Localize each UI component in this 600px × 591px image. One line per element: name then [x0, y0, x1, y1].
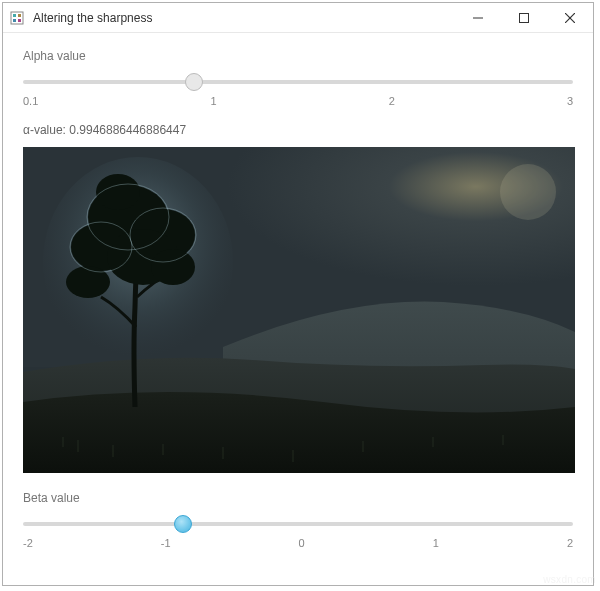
beta-slider-thumb[interactable] [174, 515, 192, 533]
beta-tick-2: 0 [299, 537, 305, 549]
svg-point-11 [500, 164, 556, 220]
alpha-readout-prefix: α-value: [23, 123, 69, 137]
alpha-slider-track [23, 80, 573, 84]
window-controls [455, 3, 593, 32]
svg-point-26 [151, 249, 195, 285]
close-button[interactable] [547, 3, 593, 32]
svg-rect-6 [520, 13, 529, 22]
beta-tick-1: -1 [161, 537, 171, 549]
beta-tick-3: 1 [433, 537, 439, 549]
beta-tick-max: 2 [567, 537, 573, 549]
alpha-slider[interactable] [23, 73, 573, 91]
alpha-label: Alpha value [23, 49, 573, 63]
preview-image [23, 147, 575, 473]
watermark: wsxdn.com [543, 574, 596, 585]
app-window: Altering the sharpness Alpha value 0.1 [2, 2, 594, 586]
svg-rect-0 [11, 12, 23, 24]
alpha-ticks: 0.1 1 2 3 [23, 95, 573, 107]
minimize-button[interactable] [455, 3, 501, 32]
beta-label: Beta value [23, 491, 573, 505]
beta-slider-track [23, 522, 573, 526]
alpha-tick-2: 2 [389, 95, 395, 107]
beta-tick-min: -2 [23, 537, 33, 549]
svg-rect-4 [18, 19, 21, 22]
alpha-tick-1: 1 [210, 95, 216, 107]
alpha-tick-max: 3 [567, 95, 573, 107]
alpha-readout: α-value: 0.9946886446886447 [23, 123, 573, 137]
svg-rect-3 [13, 19, 16, 22]
svg-rect-2 [18, 14, 21, 17]
svg-point-28 [96, 174, 140, 210]
svg-point-27 [66, 266, 110, 298]
svg-rect-1 [13, 14, 16, 17]
alpha-slider-thumb[interactable] [185, 73, 203, 91]
landscape-image [23, 147, 575, 473]
alpha-tick-min: 0.1 [23, 95, 38, 107]
titlebar: Altering the sharpness [3, 3, 593, 33]
content-area: Alpha value 0.1 1 2 3 α-value: 0.9946886… [3, 33, 593, 585]
beta-ticks: -2 -1 0 1 2 [23, 537, 573, 549]
maximize-button[interactable] [501, 3, 547, 32]
window-title: Altering the sharpness [33, 11, 455, 25]
alpha-readout-value: 0.9946886446886447 [69, 123, 186, 137]
beta-slider[interactable] [23, 515, 573, 533]
app-icon [9, 10, 25, 26]
